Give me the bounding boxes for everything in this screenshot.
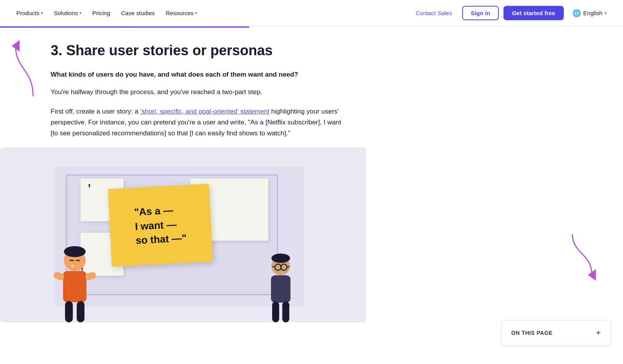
svg-point-8 [72,265,74,267]
svg-point-10 [271,254,290,263]
nav-solutions-label: Solutions [54,10,78,16]
sign-in-button[interactable]: Sign in [462,6,499,20]
comma-1: , [88,176,91,189]
nav-products-label: Products [16,10,39,16]
svg-rect-16 [271,275,290,303]
paragraph-1: You're halfway through the process, and … [51,87,343,98]
user-story-link[interactable]: 'short, specific, and goal-oriented' sta… [140,108,269,115]
arrow-left-decoration [12,38,39,102]
nav-pricing-label: Pricing [92,10,110,16]
globe-icon: 🌐 [572,9,581,18]
para2-prefix: First off, create a user story: a [51,108,140,115]
on-this-page-label: ON THIS PAGE [511,330,553,336]
nav-resources[interactable]: Resources ▾ [162,7,201,19]
svg-rect-3 [63,271,86,302]
language-label: English [583,10,602,16]
subheading: What kinds of users do you have, and wha… [51,70,343,80]
person-right-figure [261,252,300,322]
resources-chevron-icon: ▾ [195,11,197,15]
nav-case-studies[interactable]: Case studies [117,7,159,19]
contact-sales-link[interactable]: Contact Sales [410,7,458,19]
nav-right: Contact Sales Sign in Get started free 🌐… [410,6,611,20]
sticky-line3: so that —" [136,231,187,248]
nav-pricing[interactable]: Pricing [88,7,114,19]
navbar: Products ▾ Solutions ▾ Pricing Case stud… [0,0,623,26]
illustration: , , , , "As a — I want — so that —" [0,147,366,322]
paragraph-2: First off, create a user story: a 'short… [51,106,343,139]
solutions-chevron-icon: ▾ [79,11,81,15]
svg-point-2 [64,246,86,257]
nav-case-studies-label: Case studies [121,10,155,16]
person-left-figure [51,245,98,322]
on-this-page-widget[interactable]: ON THIS PAGE + [502,320,611,338]
svg-rect-6 [65,301,73,322]
sticky-note-text: "As a — I want — so that —" [127,196,194,254]
main-content: 3. Share user stories or personas What k… [0,26,374,338]
arrow-right-decoration [565,230,600,286]
language-selector[interactable]: 🌐 English ▾ [568,7,611,20]
language-chevron-icon: ▾ [605,11,607,15]
svg-rect-18 [282,301,289,322]
illustration-block: , , , , "As a — I want — so that —" [0,147,366,322]
section-heading: 3. Share user stories or personas [51,42,343,59]
svg-rect-7 [77,301,84,322]
svg-rect-17 [272,301,279,322]
nav-solutions[interactable]: Solutions ▾ [50,7,85,19]
expand-icon[interactable]: + [596,328,601,338]
sticky-note-yellow: "As a — I want — so that —" [108,184,213,266]
get-started-button[interactable]: Get started free [503,6,564,20]
nav-products[interactable]: Products ▾ [12,7,47,19]
products-chevron-icon: ▾ [41,11,43,15]
nav-left: Products ▾ Solutions ▾ Pricing Case stud… [12,7,410,19]
nav-resources-label: Resources [166,10,194,16]
